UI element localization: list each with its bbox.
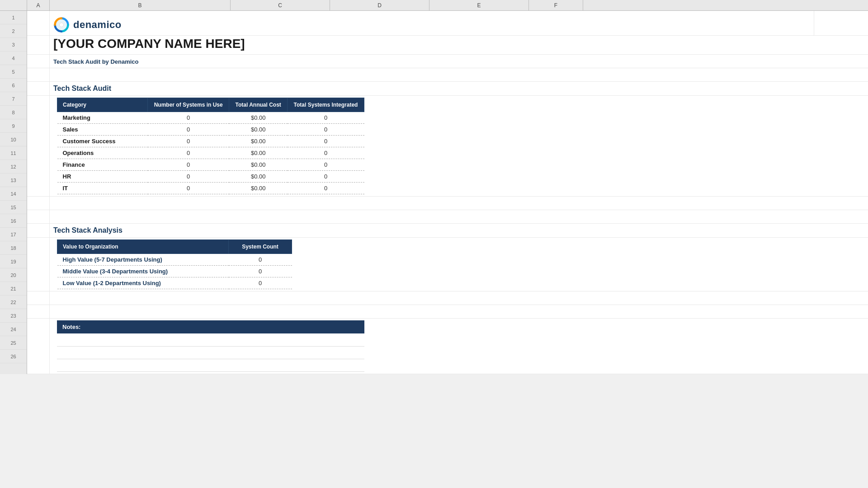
row4-col-b (50, 68, 868, 81)
analysis-label-2[interactable]: Low Value (1-2 Departments Using) (57, 277, 229, 289)
row-5: Tech Stack Audit (27, 82, 868, 96)
row16-col-b: Tech Stack Analysis (50, 224, 868, 237)
row22-col-b (50, 305, 868, 318)
row-num-5: 5 (0, 65, 27, 79)
row16-col-a (27, 224, 50, 237)
audit-row-1: Sales 0 $0.00 0 (57, 124, 364, 136)
audit-category-0[interactable]: Marketing (57, 112, 148, 124)
row-num-3: 3 (0, 38, 27, 52)
analysis-count-0[interactable]: 0 (229, 254, 292, 266)
audit-integrated-2[interactable]: 0 (288, 136, 364, 147)
row-num-1: 1 (0, 11, 27, 24)
row-num-17: 17 (0, 228, 27, 241)
row4-col-a (27, 68, 50, 81)
audit-category-2[interactable]: Customer Success (57, 136, 148, 147)
row-numbers: 1 2 3 4 5 6 7 8 9 10 11 12 13 14 15 16 1… (0, 11, 27, 374)
row6-col-a (27, 96, 50, 196)
row-num-10: 10 (0, 133, 27, 146)
th-systems-integrated: Total Systems Integrated (288, 98, 364, 112)
audit-category-6[interactable]: IT (57, 183, 148, 194)
row-num-8: 8 (0, 106, 27, 119)
notes-cell-3[interactable] (57, 359, 364, 371)
row-22 (27, 305, 868, 319)
audit-category-1[interactable]: Sales (57, 124, 148, 136)
row15-col-b (50, 210, 868, 223)
row-num-26: 26 (0, 350, 27, 363)
row-2: [YOUR COMPANY NAME HERE] (27, 36, 868, 55)
col-header-c[interactable]: C (231, 0, 330, 10)
audit-row-6: IT 0 $0.00 0 (57, 183, 364, 194)
row-num-24: 24 (0, 323, 27, 336)
notes-cell-2[interactable] (57, 346, 364, 359)
logo-icon (53, 17, 70, 33)
notes-cell-1[interactable] (57, 333, 364, 346)
row-num-2: 2 (0, 24, 27, 38)
th-category: Category (57, 98, 148, 112)
row-num-11: 11 (0, 146, 27, 160)
audit-integrated-6[interactable]: 0 (288, 183, 364, 194)
tech-stack-audit-heading: Tech Stack Audit (50, 82, 868, 95)
col-header-e[interactable]: E (429, 0, 529, 10)
row-num-12: 12 (0, 160, 27, 174)
row-15 (27, 210, 868, 224)
audit-systems-2[interactable]: 0 (148, 136, 229, 147)
analysis-label-1[interactable]: Middle Value (3-4 Departments Using) (57, 266, 229, 277)
row2-col-b: [YOUR COMPANY NAME HERE] (50, 36, 868, 54)
col-header-a[interactable]: A (27, 0, 50, 10)
row-4 (27, 68, 868, 82)
audit-systems-6[interactable]: 0 (148, 183, 229, 194)
company-subtitle: Tech Stack Audit by Denamico (50, 55, 868, 68)
audit-cost-5[interactable]: $0.00 (229, 171, 288, 183)
logo-text: denamico (73, 19, 122, 31)
row-num-6: 6 (0, 79, 27, 92)
audit-systems-4[interactable]: 0 (148, 159, 229, 171)
analysis-count-2[interactable]: 0 (229, 277, 292, 289)
analysis-count-1[interactable]: 0 (229, 266, 292, 277)
company-name: [YOUR COMPANY NAME HERE] (50, 36, 868, 52)
audit-cost-1[interactable]: $0.00 (229, 124, 288, 136)
row6-col-b: Category Number of Systems in Use Total … (50, 96, 868, 196)
audit-systems-5[interactable]: 0 (148, 171, 229, 183)
th-systems-in-use: Number of Systems in Use (148, 98, 229, 112)
row-num-15: 15 (0, 201, 27, 214)
row2-col-a (27, 36, 50, 54)
analysis-label-0[interactable]: High Value (5-7 Departments Using) (57, 254, 229, 266)
audit-systems-0[interactable]: 0 (148, 112, 229, 124)
notes-row-1 (57, 333, 364, 346)
audit-cost-2[interactable]: $0.00 (229, 136, 288, 147)
audit-integrated-1[interactable]: 0 (288, 124, 364, 136)
row1-col-a (27, 11, 50, 35)
row-num-4: 4 (0, 52, 27, 65)
audit-integrated-5[interactable]: 0 (288, 171, 364, 183)
row-num-21: 21 (0, 282, 27, 296)
row-6-table: Category Number of Systems in Use Total … (27, 96, 868, 197)
audit-category-4[interactable]: Finance (57, 159, 148, 171)
row14-col-b (50, 197, 868, 210)
row-3: Tech Stack Audit by Denamico (27, 55, 868, 68)
row3-col-a (27, 55, 50, 68)
audit-row-2: Customer Success 0 $0.00 0 (57, 136, 364, 147)
audit-cost-6[interactable]: $0.00 (229, 183, 288, 194)
audit-cost-0[interactable]: $0.00 (229, 112, 288, 124)
audit-systems-3[interactable]: 0 (148, 147, 229, 159)
th-value-to-org: Value to Organization (57, 240, 229, 254)
grid-body: 1 2 3 4 5 6 7 8 9 10 11 12 13 14 15 16 1… (0, 11, 868, 374)
notes-row-2 (57, 346, 364, 359)
audit-category-3[interactable]: Operations (57, 147, 148, 159)
audit-cost-4[interactable]: $0.00 (229, 159, 288, 171)
audit-integrated-3[interactable]: 0 (288, 147, 364, 159)
audit-integrated-4[interactable]: 0 (288, 159, 364, 171)
audit-table: Category Number of Systems in Use Total … (57, 98, 364, 194)
th-system-count: System Count (229, 240, 292, 254)
col-header-d[interactable]: D (330, 0, 429, 10)
notes-table: Notes: (57, 320, 364, 372)
col-header-f[interactable]: F (529, 0, 583, 10)
audit-cost-3[interactable]: $0.00 (229, 147, 288, 159)
col-header-b[interactable]: B (50, 0, 231, 10)
row23-col-a (27, 319, 50, 374)
row21-col-b (50, 291, 868, 305)
row14-col-a (27, 197, 50, 210)
audit-category-5[interactable]: HR (57, 171, 148, 183)
audit-integrated-0[interactable]: 0 (288, 112, 364, 124)
audit-systems-1[interactable]: 0 (148, 124, 229, 136)
